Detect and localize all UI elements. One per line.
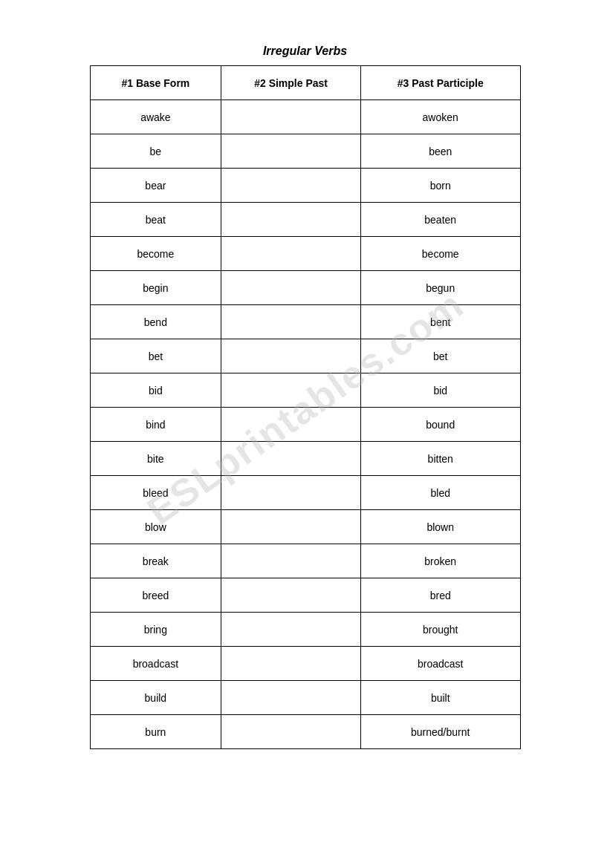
cell-simple-past bbox=[221, 169, 361, 203]
table-row: bringbrought bbox=[90, 613, 520, 647]
cell-simple-past bbox=[221, 373, 361, 408]
cell-base-form: break bbox=[90, 544, 221, 578]
table-row: burnburned/burnt bbox=[90, 715, 520, 749]
cell-simple-past bbox=[221, 544, 361, 578]
cell-simple-past bbox=[221, 339, 361, 373]
cell-simple-past bbox=[221, 100, 361, 134]
table-row: bearborn bbox=[90, 169, 520, 203]
cell-past-participle: brought bbox=[360, 613, 520, 647]
cell-simple-past bbox=[221, 305, 361, 339]
cell-simple-past bbox=[221, 647, 361, 681]
cell-simple-past bbox=[221, 715, 361, 749]
col-header-base: #1 Base Form bbox=[90, 66, 221, 100]
cell-base-form: become bbox=[90, 237, 221, 271]
cell-base-form: broadcast bbox=[90, 647, 221, 681]
table-row: bidbid bbox=[90, 373, 520, 408]
cell-past-participle: burned/burnt bbox=[360, 715, 520, 749]
cell-simple-past bbox=[221, 203, 361, 237]
cell-simple-past bbox=[221, 510, 361, 544]
table-row: breedbred bbox=[90, 578, 520, 613]
cell-past-participle: broadcast bbox=[360, 647, 520, 681]
cell-past-participle: broken bbox=[360, 544, 520, 578]
cell-base-form: awake bbox=[90, 100, 221, 134]
cell-simple-past bbox=[221, 271, 361, 305]
cell-past-participle: become bbox=[360, 237, 520, 271]
cell-base-form: bend bbox=[90, 305, 221, 339]
cell-past-participle: blown bbox=[360, 510, 520, 544]
table-header-row: #1 Base Form #2 Simple Past #3 Past Part… bbox=[90, 66, 520, 100]
table-row: awakeawoken bbox=[90, 100, 520, 134]
cell-past-participle: bent bbox=[360, 305, 520, 339]
table-row: bleedbled bbox=[90, 476, 520, 510]
cell-base-form: bid bbox=[90, 373, 221, 408]
cell-simple-past bbox=[221, 408, 361, 442]
table-row: betbet bbox=[90, 339, 520, 373]
cell-base-form: be bbox=[90, 134, 221, 169]
cell-base-form: bind bbox=[90, 408, 221, 442]
cell-past-participle: begun bbox=[360, 271, 520, 305]
cell-simple-past bbox=[221, 578, 361, 613]
table-body: awakeawokenbebeenbearbornbeatbeatenbecom… bbox=[90, 100, 520, 749]
verb-table: #1 Base Form #2 Simple Past #3 Past Part… bbox=[90, 65, 521, 749]
cell-base-form: build bbox=[90, 681, 221, 715]
table-wrapper: ESLprintables.com #1 Base Form #2 Simple… bbox=[90, 65, 521, 749]
cell-past-participle: beaten bbox=[360, 203, 520, 237]
table-row: bitebitten bbox=[90, 442, 520, 476]
cell-past-participle: bet bbox=[360, 339, 520, 373]
table-row: beginbegun bbox=[90, 271, 520, 305]
cell-past-participle: bound bbox=[360, 408, 520, 442]
cell-simple-past bbox=[221, 442, 361, 476]
col-header-past-participle: #3 Past Participle bbox=[360, 66, 520, 100]
cell-base-form: begin bbox=[90, 271, 221, 305]
cell-simple-past bbox=[221, 237, 361, 271]
cell-past-participle: been bbox=[360, 134, 520, 169]
cell-base-form: bleed bbox=[90, 476, 221, 510]
cell-past-participle: born bbox=[360, 169, 520, 203]
cell-base-form: beat bbox=[90, 203, 221, 237]
table-row: blowblown bbox=[90, 510, 520, 544]
cell-simple-past bbox=[221, 134, 361, 169]
cell-past-participle: bred bbox=[360, 578, 520, 613]
table-row: bebeen bbox=[90, 134, 520, 169]
page-title: Irregular Verbs bbox=[263, 45, 347, 58]
cell-base-form: bet bbox=[90, 339, 221, 373]
cell-base-form: bear bbox=[90, 169, 221, 203]
cell-base-form: breed bbox=[90, 578, 221, 613]
cell-base-form: burn bbox=[90, 715, 221, 749]
cell-base-form: blow bbox=[90, 510, 221, 544]
table-row: bindbound bbox=[90, 408, 520, 442]
cell-past-participle: bid bbox=[360, 373, 520, 408]
cell-past-participle: built bbox=[360, 681, 520, 715]
cell-past-participle: awoken bbox=[360, 100, 520, 134]
table-row: buildbuilt bbox=[90, 681, 520, 715]
cell-past-participle: bled bbox=[360, 476, 520, 510]
table-row: broadcastbroadcast bbox=[90, 647, 520, 681]
cell-base-form: bring bbox=[90, 613, 221, 647]
table-row: breakbroken bbox=[90, 544, 520, 578]
cell-base-form: bite bbox=[90, 442, 221, 476]
cell-past-participle: bitten bbox=[360, 442, 520, 476]
page-container: Irregular Verbs ESLprintables.com #1 Bas… bbox=[15, 45, 595, 749]
cell-simple-past bbox=[221, 613, 361, 647]
cell-simple-past bbox=[221, 681, 361, 715]
table-row: beatbeaten bbox=[90, 203, 520, 237]
cell-simple-past bbox=[221, 476, 361, 510]
table-row: bendbent bbox=[90, 305, 520, 339]
table-row: becomebecome bbox=[90, 237, 520, 271]
col-header-simple-past: #2 Simple Past bbox=[221, 66, 361, 100]
